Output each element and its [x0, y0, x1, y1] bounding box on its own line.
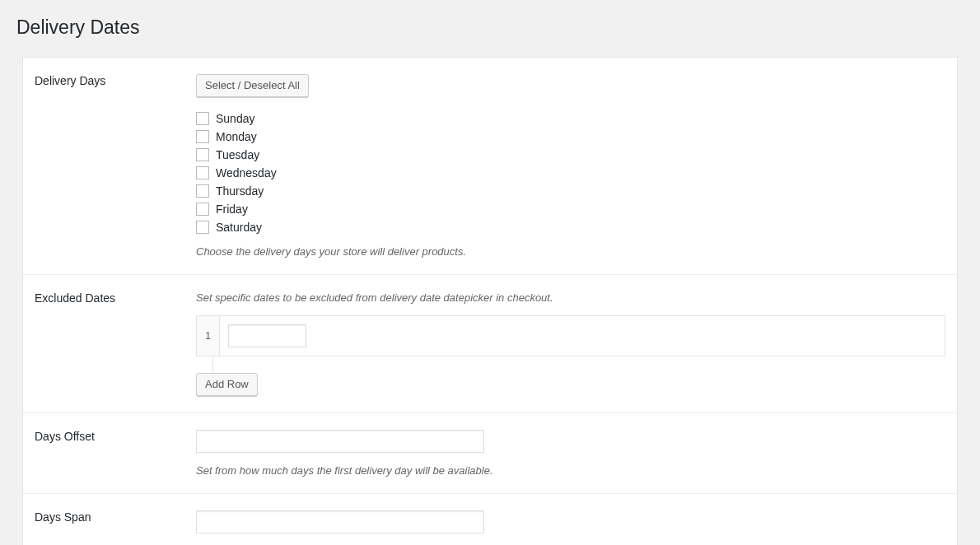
delivery-days-label: Delivery Days: [23, 58, 188, 275]
checkbox-thursday[interactable]: [196, 184, 209, 198]
days-offset-input[interactable]: [196, 430, 484, 453]
days-span-label: Days Span: [23, 493, 188, 545]
checkbox-label-tuesday[interactable]: Tuesday: [216, 148, 259, 161]
checkbox-label-thursday[interactable]: Thursday: [216, 184, 264, 198]
checkbox-label-monday[interactable]: Monday: [216, 130, 257, 143]
excluded-date-input[interactable]: [228, 324, 306, 347]
checkbox-label-sunday[interactable]: Sunday: [216, 112, 254, 125]
checkbox-friday[interactable]: [196, 203, 209, 216]
delivery-days-checkbox-list: Sunday Monday Tuesday: [196, 112, 945, 234]
checkbox-sunday[interactable]: [196, 112, 209, 125]
checkbox-tuesday[interactable]: [196, 148, 209, 161]
excluded-dates-table: 1: [196, 315, 945, 356]
checkbox-label-wednesday[interactable]: Wednesday: [216, 166, 277, 179]
select-deselect-all-button[interactable]: Select / Deselect All: [196, 74, 309, 97]
add-row-button[interactable]: Add Row: [196, 373, 258, 396]
excluded-date-row: 1: [197, 315, 945, 356]
checkbox-label-friday[interactable]: Friday: [216, 203, 248, 216]
days-span-input[interactable]: [196, 510, 484, 533]
settings-panel: Delivery Days Select / Deselect All Sund…: [22, 57, 958, 545]
page-title: Delivery Dates: [16, 8, 964, 57]
days-offset-label: Days Offset: [23, 412, 188, 493]
excluded-dates-description: Set specific dates to be excluded from d…: [196, 291, 945, 304]
excluded-dates-label: Excluded Dates: [23, 274, 188, 412]
checkbox-saturday[interactable]: [196, 221, 209, 234]
checkbox-monday[interactable]: [196, 130, 209, 143]
checkbox-wednesday[interactable]: [196, 166, 209, 179]
checkbox-label-saturday[interactable]: Saturday: [216, 221, 262, 234]
delivery-days-description: Choose the delivery days your store will…: [196, 245, 945, 258]
excluded-row-number: 1: [197, 315, 220, 356]
days-offset-description: Set from how much days the first deliver…: [196, 464, 945, 477]
add-row-connector: [212, 356, 213, 373]
